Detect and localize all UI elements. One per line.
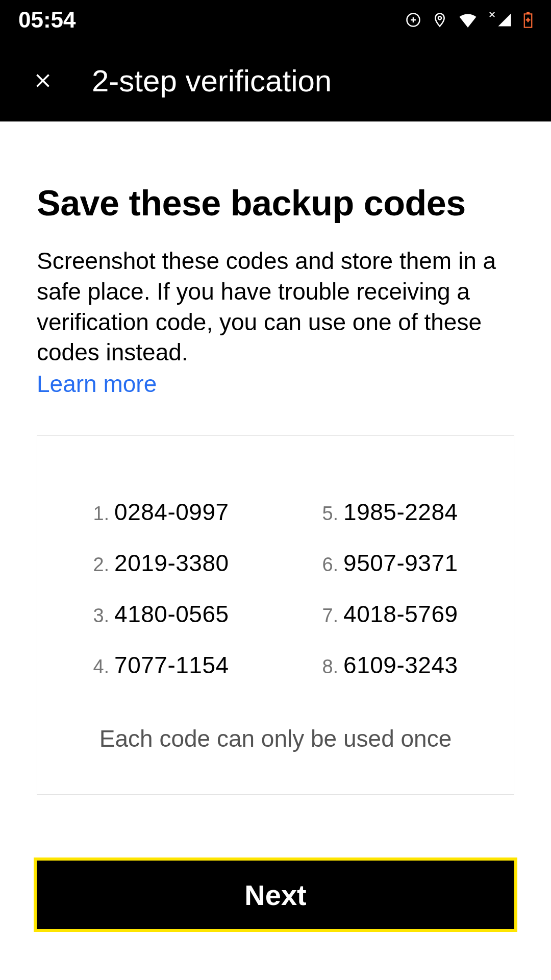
status-icons: ✕ bbox=[406, 12, 533, 28]
code-item: 4. 7077-1154 bbox=[93, 651, 229, 679]
code-index: 3. bbox=[93, 605, 109, 627]
code-value: 7077-1154 bbox=[114, 651, 229, 679]
svg-point-1 bbox=[438, 16, 441, 19]
learn-more-link[interactable]: Learn more bbox=[37, 370, 157, 398]
code-index: 1. bbox=[93, 503, 109, 525]
app-header: 2-step verification bbox=[0, 40, 551, 121]
code-item: 1. 0284-0997 bbox=[93, 498, 229, 526]
code-value: 6109-3243 bbox=[343, 651, 458, 679]
svg-rect-5 bbox=[526, 19, 531, 21]
main-content: Save these backup codes Screenshot these… bbox=[0, 121, 551, 880]
next-button-label: Next bbox=[244, 878, 306, 912]
main-heading: Save these backup codes bbox=[37, 183, 514, 224]
code-value: 2019-3380 bbox=[114, 549, 229, 577]
code-value: 9507-9371 bbox=[343, 549, 458, 577]
code-item: 2. 2019-3380 bbox=[93, 549, 229, 577]
code-item: 7. 4018-5769 bbox=[322, 600, 458, 628]
code-index: 7. bbox=[322, 605, 338, 627]
codes-grid: 1. 0284-0997 5. 1985-2284 2. 2019-3380 6… bbox=[58, 498, 493, 679]
code-item: 8. 6109-3243 bbox=[322, 651, 458, 679]
code-index: 6. bbox=[322, 554, 338, 576]
battery-icon bbox=[523, 12, 533, 28]
signal-container: ✕ bbox=[488, 12, 512, 28]
location-icon bbox=[432, 12, 447, 28]
code-value: 4180-0565 bbox=[114, 600, 229, 628]
status-time: 05:54 bbox=[18, 7, 76, 33]
wifi-icon bbox=[459, 12, 477, 28]
signal-icon bbox=[497, 12, 512, 28]
status-bar: 05:54 ✕ bbox=[0, 0, 551, 40]
next-button[interactable]: Next bbox=[34, 857, 517, 932]
code-value: 1985-2284 bbox=[343, 498, 458, 526]
code-item: 3. 4180-0565 bbox=[93, 600, 229, 628]
close-icon[interactable] bbox=[32, 69, 54, 92]
add-circle-icon bbox=[406, 12, 421, 28]
code-item: 6. 9507-9371 bbox=[322, 549, 458, 577]
code-index: 4. bbox=[93, 656, 109, 678]
page-title: 2-step verification bbox=[92, 63, 332, 99]
backup-codes-box: 1. 0284-0997 5. 1985-2284 2. 2019-3380 6… bbox=[37, 435, 514, 795]
signal-x-icon: ✕ bbox=[488, 9, 496, 20]
code-index: 2. bbox=[93, 554, 109, 576]
code-index: 8. bbox=[322, 656, 338, 678]
code-item: 5. 1985-2284 bbox=[322, 498, 458, 526]
code-value: 0284-0997 bbox=[114, 498, 229, 526]
code-index: 5. bbox=[322, 503, 338, 525]
svg-rect-3 bbox=[527, 12, 530, 14]
description-text: Screenshot these codes and store them in… bbox=[37, 246, 514, 368]
codes-footer-text: Each code can only be used once bbox=[58, 725, 493, 752]
code-value: 4018-5769 bbox=[343, 600, 458, 628]
